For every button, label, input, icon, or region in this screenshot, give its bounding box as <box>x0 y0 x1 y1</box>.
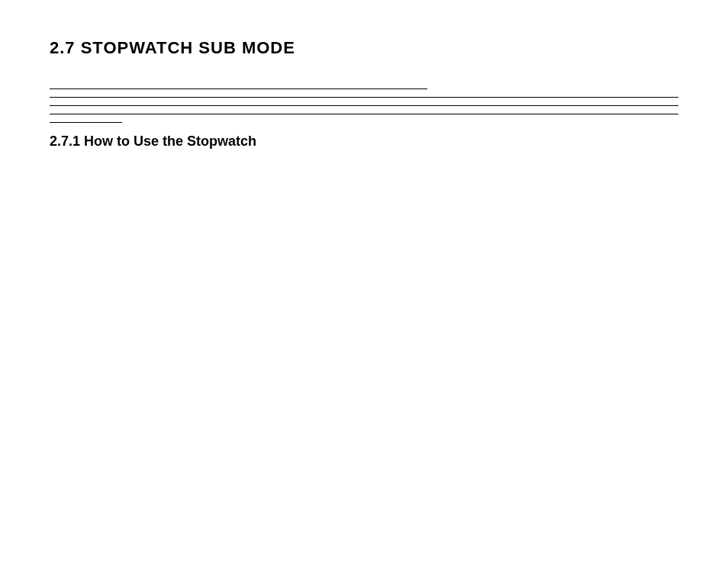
note-rule-3 <box>50 105 678 106</box>
note-rules <box>50 88 678 123</box>
section-heading: 2.7 STOPWATCH SUB MODE <box>50 38 678 58</box>
note-rule-5 <box>50 122 122 123</box>
subsection-heading: 2.7.1 How to Use the Stopwatch <box>50 134 678 150</box>
note-rule-1 <box>50 88 427 89</box>
document-page: 2.7 STOPWATCH SUB MODE 2.7.1 How to Use … <box>0 0 728 576</box>
note-block <box>50 88 678 123</box>
note-rule-2 <box>50 97 678 98</box>
note-rule-4 <box>50 114 678 114</box>
